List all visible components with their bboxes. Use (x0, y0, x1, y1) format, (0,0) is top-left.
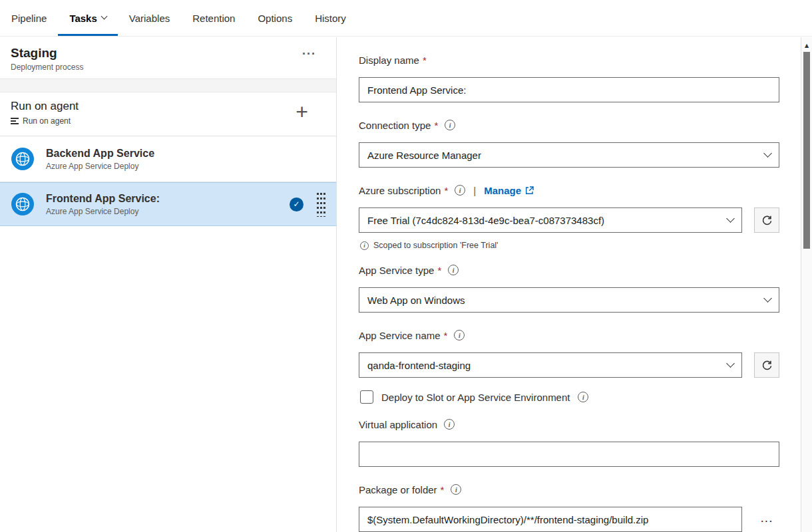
deploy-slot-label: Deploy to Slot or App Service Environmen… (381, 392, 570, 403)
agent-phase-subtitle: Run on agent (23, 116, 71, 126)
tab-retention[interactable]: Retention (181, 0, 246, 36)
required-marker: * (444, 185, 448, 196)
task-item-backend[interactable]: Backend App Service Azure App Service De… (0, 136, 336, 182)
display-name-label-text: Display name (359, 55, 419, 66)
azure-subscription-label: Azure subscription* | Manage (359, 184, 779, 197)
info-icon (360, 241, 369, 250)
chevron-down-icon (726, 359, 735, 368)
tab-history-label: History (315, 13, 346, 24)
app-service-name-label-text: App Service name (359, 330, 441, 341)
tab-pipeline[interactable]: Pipeline (0, 0, 58, 36)
manage-subscription-link[interactable]: Manage (484, 185, 534, 196)
package-or-folder-label-text: Package or folder (359, 484, 437, 495)
required-marker: * (441, 484, 445, 495)
tab-variables[interactable]: Variables (118, 0, 181, 36)
required-marker: * (444, 330, 448, 341)
connection-type-select[interactable]: Azure Resource Manager (359, 142, 779, 168)
refresh-icon (761, 215, 773, 226)
required-marker: * (437, 265, 441, 276)
scrollbar-thumb[interactable] (803, 52, 810, 249)
vertical-scrollbar[interactable] (801, 37, 812, 532)
stage-header: Staging Deployment process ... (0, 37, 336, 78)
app-service-name-label: App Service name* (359, 329, 779, 342)
connection-type-label-text: Connection type (359, 120, 431, 131)
subscription-scope-note: Scoped to subscription 'Free Trial' (360, 241, 779, 250)
chevron-down-icon (726, 214, 735, 223)
panel-spacer (0, 78, 336, 92)
azure-subscription-select[interactable]: Free Trial (7c4dc824-813d-4e9c-bea7-c087… (359, 207, 742, 233)
app-service-type-select[interactable]: Web App on Windows (359, 287, 779, 313)
pipeline-tabs: Pipeline Tasks Variables Retention Optio… (0, 0, 812, 37)
info-icon[interactable] (445, 120, 455, 130)
refresh-app-services-button[interactable] (754, 352, 779, 378)
tab-tasks[interactable]: Tasks (58, 0, 117, 36)
agent-phase-header[interactable]: Run on agent Run on agent + (0, 92, 336, 136)
azure-app-service-deploy-icon (11, 192, 35, 216)
more-actions-button[interactable]: ... (302, 44, 316, 58)
agent-phase-title: Run on agent (11, 100, 325, 113)
scroll-up-arrow-icon[interactable] (801, 40, 812, 51)
task-settings-form: Display name* Connection type* Azure Res… (337, 37, 801, 532)
task-subtitle: Azure App Service Deploy (46, 162, 325, 171)
tab-options[interactable]: Options (246, 0, 304, 36)
drag-handle[interactable] (316, 192, 325, 217)
tab-retention-label: Retention (192, 13, 235, 24)
package-or-folder-input[interactable] (359, 507, 742, 532)
task-title: Backend App Service (46, 148, 325, 160)
task-enabled-check-icon[interactable] (290, 198, 304, 211)
subscription-scope-note-text: Scoped to subscription 'Free Trial' (373, 241, 499, 250)
azure-app-service-deploy-icon (11, 147, 35, 171)
app-service-type-value: Web App on Windows (367, 295, 465, 306)
stage-subtitle: Deployment process (11, 63, 325, 72)
label-separator: | (473, 185, 476, 196)
tab-options-label: Options (258, 13, 292, 24)
tab-pipeline-label: Pipeline (11, 13, 47, 24)
required-marker: * (423, 55, 427, 66)
refresh-subscriptions-button[interactable] (754, 207, 779, 233)
app-service-name-select[interactable]: qanda-frontend-staging (359, 352, 742, 378)
stage-title: Staging (11, 46, 325, 61)
display-name-label: Display name* (359, 53, 779, 66)
tab-history[interactable]: History (304, 0, 357, 36)
external-link-icon (525, 186, 534, 195)
app-service-type-label: App Service type* (359, 263, 779, 277)
info-icon[interactable] (454, 330, 465, 340)
task-subtitle: Azure App Service Deploy (46, 207, 278, 216)
task-item-frontend[interactable]: Frontend App Service: Azure App Service … (0, 182, 336, 226)
package-or-folder-label: Package or folder* (359, 483, 779, 496)
azure-subscription-label-text: Azure subscription (359, 185, 441, 196)
azure-subscription-value: Free Trial (7c4dc824-813d-4e9c-bea7-c087… (367, 215, 604, 226)
chevron-down-icon (763, 294, 772, 303)
manage-link-label: Manage (484, 185, 521, 196)
tab-tasks-label: Tasks (69, 13, 97, 24)
stage-tasks-panel: Staging Deployment process ... Run on ag… (0, 37, 337, 532)
app-service-type-label-text: App Service type (359, 265, 434, 276)
info-icon[interactable] (578, 392, 588, 402)
chevron-down-icon (101, 13, 107, 20)
virtual-application-label: Virtual application (359, 418, 779, 431)
deploy-slot-checkbox[interactable] (360, 390, 373, 404)
virtual-application-input[interactable] (359, 442, 779, 467)
info-icon[interactable] (451, 484, 461, 495)
tab-variables-label: Variables (129, 13, 170, 24)
display-name-input[interactable] (359, 77, 779, 102)
add-task-button[interactable]: + (296, 102, 308, 122)
info-icon[interactable] (448, 265, 459, 275)
connection-type-label: Connection type* (359, 118, 779, 132)
agent-icon (11, 117, 19, 125)
required-marker: * (434, 120, 438, 131)
chevron-down-icon (763, 149, 772, 158)
refresh-icon (761, 360, 773, 371)
connection-type-value: Azure Resource Manager (367, 150, 481, 161)
info-icon[interactable] (455, 185, 465, 196)
task-title: Frontend App Service: (46, 193, 278, 205)
info-icon[interactable] (444, 419, 455, 430)
app-service-name-value: qanda-frontend-staging (367, 360, 471, 371)
browse-package-button[interactable]: ... (754, 508, 779, 528)
virtual-application-label-text: Virtual application (359, 419, 437, 430)
deploy-slot-row: Deploy to Slot or App Service Environmen… (360, 390, 779, 404)
